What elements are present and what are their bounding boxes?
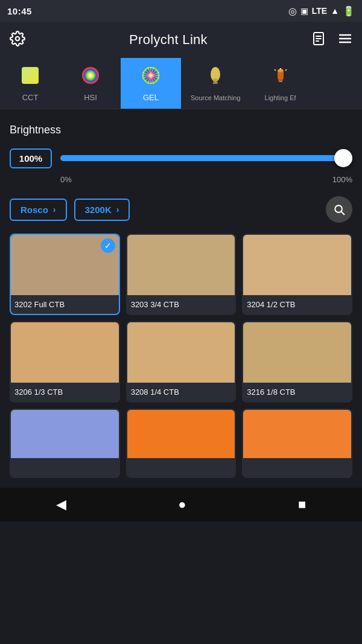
color-card-3208[interactable]: 3208 1/4 CTB xyxy=(126,321,237,403)
svg-point-0 xyxy=(16,37,20,41)
color-card-3216[interactable]: 3216 1/8 CTB xyxy=(242,321,352,403)
back-button[interactable]: ◀ xyxy=(56,497,66,512)
status-bar: 10:45 ◎ ▣ LTE ▲ 🔋 xyxy=(0,0,362,22)
color-name-3216: 3216 1/8 CTB xyxy=(243,383,351,401)
document-button[interactable] xyxy=(311,31,326,48)
tabs-bar: CCT HSI xyxy=(0,58,362,109)
brightness-row: 100% xyxy=(10,146,352,170)
color-card-3206[interactable]: 3206 1/3 CTB xyxy=(10,321,120,403)
color-swatch-3206 xyxy=(11,322,119,383)
top-bar-right-icons xyxy=(311,31,352,48)
slider-labels: 0% 100% xyxy=(10,175,352,184)
color-swatch-3216 xyxy=(243,322,351,383)
color-name-3206: 3206 1/3 CTB xyxy=(11,383,119,401)
signal-icon: ▲ xyxy=(331,6,339,16)
home-button[interactable]: ● xyxy=(178,497,186,512)
svg-line-28 xyxy=(285,69,287,71)
svg-point-20 xyxy=(213,78,218,82)
color-name-3208: 3208 1/4 CTB xyxy=(127,383,235,401)
brightness-section: Brightness 100% 0% 100% xyxy=(10,124,352,184)
settings-button[interactable] xyxy=(10,31,25,49)
brightness-slider[interactable] xyxy=(60,146,352,170)
gel-icon xyxy=(140,65,162,89)
sim-icon: ▣ xyxy=(300,6,308,16)
tab-gel[interactable]: GEL xyxy=(121,58,181,109)
filter-row: Rosco › 3200K › xyxy=(10,196,352,223)
color-name-row3-3 xyxy=(243,458,351,477)
tab-gel-label: GEL xyxy=(143,93,159,102)
svg-rect-8 xyxy=(22,67,39,84)
color-grid: 3202 Full CTB ✓ 3203 3/4 CTB 3204 1/2 CT… xyxy=(10,234,352,488)
battery-icon: 🔋 xyxy=(343,5,355,17)
lte-label: LTE xyxy=(312,6,327,16)
main-content: Brightness 100% 0% 100% Rosco › 3200K › xyxy=(0,109,362,488)
slider-thumb[interactable] xyxy=(334,149,352,167)
lighting-ef-icon xyxy=(270,66,291,91)
bottom-nav: ◀ ● ■ xyxy=(0,488,362,521)
tab-cct-label: CCT xyxy=(22,93,39,102)
source-matching-icon xyxy=(205,66,226,91)
svg-point-9 xyxy=(82,67,99,84)
brand-filter-label: Rosco xyxy=(21,205,48,215)
app-title: Prolycht Link xyxy=(129,32,208,48)
color-swatch-row3-1 xyxy=(11,410,119,458)
tab-cct[interactable]: CCT xyxy=(0,58,60,109)
color-name-3202: 3202 Full CTB xyxy=(11,295,119,314)
brightness-title: Brightness xyxy=(10,124,352,136)
tab-lighting-ef-label: Lighting Ef xyxy=(265,94,296,101)
color-name-row3-2 xyxy=(127,458,235,477)
brightness-value: 100% xyxy=(10,148,52,168)
tab-hsi-label: HSI xyxy=(84,93,97,102)
temp-filter-label: 3200K xyxy=(85,205,112,215)
time: 10:45 xyxy=(7,6,32,16)
color-swatch-row3-3 xyxy=(243,410,351,458)
tab-source-matching[interactable]: Source Matching xyxy=(181,58,250,109)
color-swatch-row3-2 xyxy=(127,410,235,458)
color-swatch-3208 xyxy=(127,322,235,383)
slider-max-label: 100% xyxy=(332,175,352,184)
brand-filter-button[interactable]: Rosco › xyxy=(10,199,67,221)
search-button[interactable] xyxy=(326,196,352,223)
temp-filter-button[interactable]: 3200K › xyxy=(74,199,130,221)
recents-button[interactable]: ■ xyxy=(298,497,306,512)
selected-checkmark: ✓ xyxy=(101,238,115,253)
color-card-3202[interactable]: 3202 Full CTB ✓ xyxy=(10,234,120,315)
color-card-3204[interactable]: 3204 1/2 CTB xyxy=(242,234,352,315)
color-card-row3-1[interactable] xyxy=(10,409,120,478)
svg-line-30 xyxy=(341,212,345,215)
hsi-icon xyxy=(80,65,101,89)
color-card-row3-3[interactable] xyxy=(242,409,352,478)
tab-source-matching-label: Source Matching xyxy=(191,94,241,101)
status-right: ◎ ▣ LTE ▲ 🔋 xyxy=(288,5,355,17)
svg-rect-21 xyxy=(213,82,218,84)
color-swatch-3203 xyxy=(127,235,235,295)
temp-chevron-icon: › xyxy=(116,205,119,214)
brand-chevron-icon: › xyxy=(53,205,56,214)
svg-line-27 xyxy=(275,69,276,71)
target-icon: ◎ xyxy=(288,5,297,17)
color-card-3203[interactable]: 3203 3/4 CTB xyxy=(126,234,237,315)
slider-min-label: 0% xyxy=(60,175,72,184)
color-name-row3-1 xyxy=(11,458,119,477)
tab-lighting-ef[interactable]: Lighting Ef xyxy=(250,58,311,109)
svg-rect-24 xyxy=(278,79,283,81)
svg-rect-25 xyxy=(279,81,282,82)
color-card-row3-2[interactable] xyxy=(126,409,237,478)
top-bar: Prolycht Link xyxy=(0,22,362,58)
tab-hsi[interactable]: HSI xyxy=(60,58,121,109)
menu-button[interactable] xyxy=(338,31,352,48)
color-swatch-3204 xyxy=(243,235,351,295)
slider-track xyxy=(60,155,352,161)
color-name-3204: 3204 1/2 CTB xyxy=(243,295,351,314)
cct-icon xyxy=(19,65,41,89)
color-name-3203: 3203 3/4 CTB xyxy=(127,295,235,314)
